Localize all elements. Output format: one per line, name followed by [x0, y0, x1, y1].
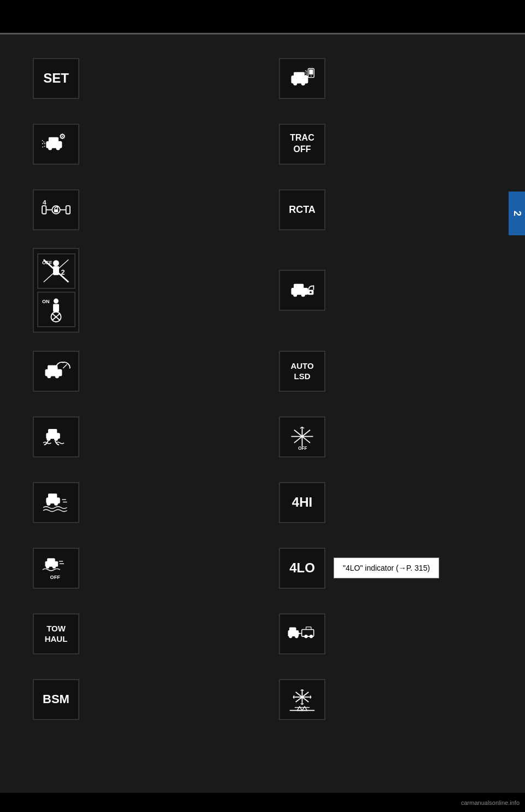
autopark-icon-box	[279, 58, 325, 99]
svg-rect-52	[48, 429, 57, 434]
icon-item-trac-off: TRACOFF	[279, 117, 492, 171]
icon-item-slip3-off: OFF	[33, 541, 246, 595]
4wd-lock-icon: 4	[41, 196, 71, 223]
icon-item-4lo: 4LO "4LO" indicator (→P. 315)	[279, 541, 492, 595]
icon-item-rcta: RCTA	[279, 182, 492, 237]
svg-text:OFF: OFF	[42, 260, 52, 265]
svg-point-65	[54, 502, 58, 506]
svg-line-7	[305, 71, 307, 72]
combo-top-box: OFF 2	[37, 253, 75, 289]
icon-item-auto-lsd: AUTOLSD	[279, 344, 492, 398]
svg-point-83	[310, 635, 313, 638]
svg-line-14	[42, 140, 45, 143]
svg-marker-101	[297, 706, 302, 710]
svg-point-46	[55, 374, 59, 378]
svg-text:OFF: OFF	[298, 446, 307, 450]
4hi-label: 4HI	[292, 495, 312, 510]
svg-rect-69	[47, 558, 55, 562]
bottom-bar: carmanualsonline.info	[0, 793, 525, 812]
icon-item-4hi: 4HI	[279, 475, 492, 530]
icon-item-autopark	[279, 51, 492, 106]
trac-off-icon-box: TRACOFF	[279, 124, 325, 165]
svg-point-78	[295, 635, 298, 638]
slip3-off-icon-box: OFF	[33, 548, 79, 589]
trailer-icon-box	[279, 613, 325, 654]
slip-icon	[41, 423, 71, 450]
icons-grid: SET	[0, 34, 525, 743]
svg-point-12	[48, 146, 52, 150]
4wd-icon-box: 4	[33, 189, 79, 230]
tow-haul-icon-box: TOWHAUL	[33, 613, 79, 654]
svg-text:ON: ON	[42, 298, 50, 304]
svg-point-25	[53, 260, 59, 266]
svg-point-42	[310, 291, 312, 293]
svg-rect-38	[294, 283, 304, 289]
slip-icon-box	[33, 416, 79, 457]
4lo-label: 4LO	[289, 560, 315, 576]
svg-rect-18	[42, 206, 46, 214]
svg-point-64	[46, 502, 50, 506]
icon-item-snowroad	[279, 672, 492, 727]
icon-item-warning: ⚙	[33, 117, 246, 171]
svg-marker-102	[302, 706, 307, 710]
svg-point-6	[311, 76, 312, 77]
combo-bottom-box: ON	[37, 292, 75, 327]
snowflake-road-icon	[287, 686, 317, 713]
4lo-icon-box: 4LO	[279, 548, 325, 589]
svg-point-2	[293, 82, 297, 85]
4lo-tooltip: "4LO" indicator (→P. 315)	[334, 558, 439, 578]
bottom-url: carmanualsonline.info	[461, 799, 520, 806]
icon-item-combo: OFF 2 ON	[33, 248, 246, 333]
svg-text:4: 4	[43, 199, 46, 206]
auto-lsd-label: AUTOLSD	[290, 361, 313, 382]
speedometer-icon-box	[33, 351, 79, 392]
top-bar	[0, 0, 525, 33]
slip3-off-icon: OFF	[41, 554, 71, 582]
svg-rect-1	[294, 72, 305, 78]
svg-point-70	[46, 565, 49, 569]
svg-rect-76	[289, 628, 296, 631]
bsm-label: BSM	[43, 692, 69, 706]
svg-rect-63	[48, 494, 57, 499]
svg-point-39	[293, 293, 297, 297]
trailer-icon	[287, 620, 317, 647]
svg-rect-11	[49, 137, 59, 143]
icon-item-slip2	[33, 475, 246, 530]
svg-text:⚙: ⚙	[59, 132, 66, 141]
combo-off-icon: OFF 2	[41, 257, 71, 285]
combo-on-icon: ON	[41, 296, 71, 323]
4lo-row: 4LO "4LO" indicator (→P. 315)	[279, 548, 439, 589]
svg-rect-19	[66, 206, 70, 214]
warning-car-icon: ⚙	[41, 130, 71, 158]
chapter-tab: 2	[509, 192, 525, 235]
svg-point-40	[301, 293, 305, 297]
svg-point-82	[304, 635, 307, 638]
trac-off-label: TRACOFF	[290, 132, 314, 155]
svg-text:OFF: OFF	[50, 575, 61, 580]
snowroad-icon-box	[279, 679, 325, 720]
svg-point-13	[56, 146, 60, 150]
svg-rect-32	[53, 304, 59, 312]
svg-rect-23	[54, 210, 58, 212]
icon-item-set: SET	[33, 51, 246, 106]
svg-point-45	[47, 374, 51, 378]
icon-item-snow-off: OFF	[279, 409, 492, 464]
4lo-tooltip-text: "4LO" indicator (→P. 315)	[343, 564, 430, 572]
rcta-label: RCTA	[289, 204, 316, 216]
svg-rect-5	[309, 69, 313, 74]
rcta-icon-box: RCTA	[279, 189, 325, 230]
svg-point-77	[289, 635, 292, 638]
speedometer-icon	[41, 357, 71, 385]
svg-point-71	[52, 565, 56, 569]
svg-point-54	[54, 437, 58, 440]
svg-point-3	[301, 82, 305, 85]
icon-item-4wd: 4	[33, 182, 246, 237]
slip2-icon-box	[33, 482, 79, 523]
svg-text:2: 2	[61, 268, 65, 276]
4hi-icon-box: 4HI	[279, 482, 325, 523]
warning-car-icon-box: ⚙	[33, 124, 79, 165]
autopark-icon	[287, 65, 317, 92]
svg-line-16	[42, 146, 45, 147]
svg-line-47	[63, 364, 67, 368]
tow-haul-label: TOWHAUL	[45, 623, 68, 645]
